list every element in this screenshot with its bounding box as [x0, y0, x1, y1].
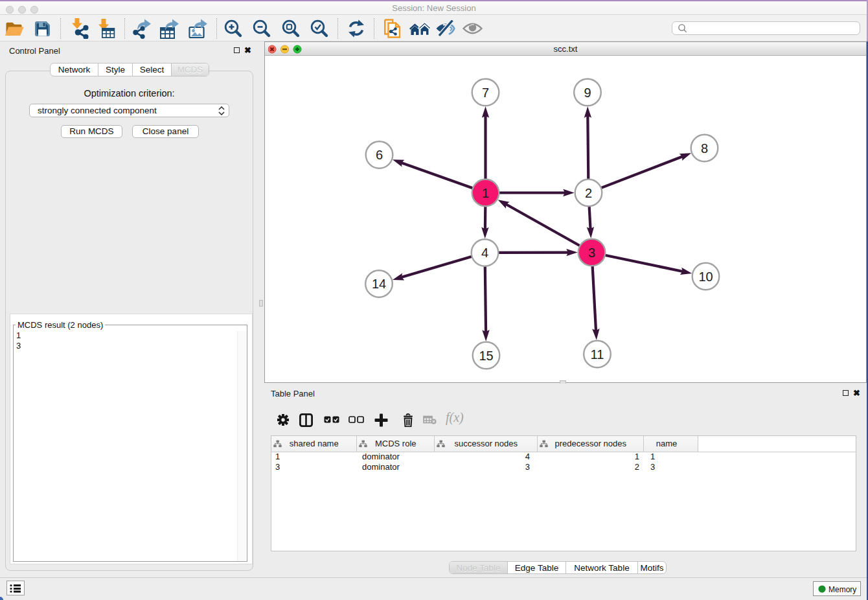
svg-text:15: 15: [479, 349, 493, 363]
svg-text:7: 7: [482, 86, 489, 100]
svg-text:9: 9: [584, 86, 591, 100]
svg-text:2: 2: [585, 186, 592, 200]
svg-text:10: 10: [698, 270, 713, 284]
svg-text:8: 8: [701, 141, 708, 156]
svg-text:3: 3: [588, 246, 595, 260]
svg-text:6: 6: [376, 148, 383, 162]
svg-text:1: 1: [482, 186, 489, 200]
svg-text:11: 11: [591, 347, 604, 362]
svg-text:4: 4: [481, 246, 488, 260]
svg-text:14: 14: [372, 277, 386, 291]
